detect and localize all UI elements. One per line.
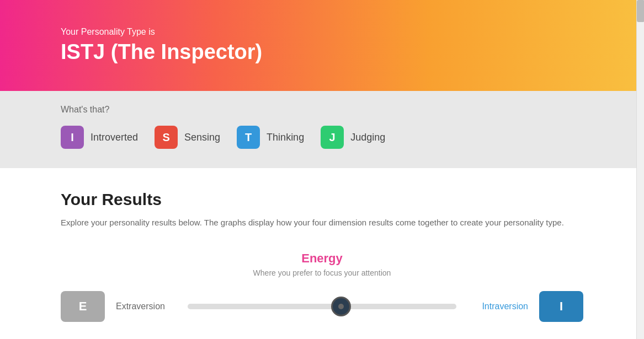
energy-section: Energy Where you prefer to focus your at… [61, 251, 583, 322]
header-subtitle: Your Personality Type is [61, 27, 583, 37]
badge-letter-i: I [61, 126, 84, 149]
results-description: Explore your personality results below. … [61, 217, 583, 229]
extraversion-letter: E [79, 299, 87, 314]
energy-slider-thumb[interactable] [331, 297, 351, 316]
badge-letter-t: T [237, 126, 260, 149]
energy-slider-row: E Extraversion Intraversion I [61, 291, 583, 322]
header-banner: Your Personality Type is ISTJ (The Inspe… [0, 0, 644, 91]
badge-letter-s: S [155, 126, 178, 149]
badge-item-thinking: T Thinking [237, 126, 304, 149]
badge-letter-j: J [321, 126, 344, 149]
badge-name-introverted: Introverted [91, 132, 138, 143]
intraversion-letter: I [560, 299, 563, 314]
whats-that-section: What's that? I Introverted S Sensing T T… [0, 91, 644, 168]
header-title: ISTJ (The Inspector) [61, 40, 583, 64]
badge-item-introverted: I Introverted [61, 126, 138, 149]
results-title: Your Results [61, 190, 583, 209]
energy-subtitle: Where you prefer to focus your attention [253, 268, 391, 277]
intraversion-label: Intraversion [467, 302, 528, 311]
slider-thumb-inner [338, 304, 344, 309]
scrollbar-thumb[interactable] [637, 0, 644, 22]
personality-badges: I Introverted S Sensing T Thinking J Jud… [61, 126, 583, 149]
results-section: Your Results Explore your personality re… [0, 168, 644, 339]
energy-slider-track [188, 304, 456, 309]
badge-name-judging: Judging [350, 132, 385, 143]
badge-item-sensing: S Sensing [155, 126, 220, 149]
badge-item-judging: J Judging [321, 126, 385, 149]
extraversion-label: Extraversion [116, 302, 177, 311]
energy-title: Energy [301, 251, 343, 266]
badge-name-sensing: Sensing [184, 132, 220, 143]
extraversion-box: E [61, 291, 105, 322]
whats-that-label: What's that? [61, 105, 583, 115]
intraversion-box: I [539, 291, 583, 322]
scrollbar[interactable] [636, 0, 644, 339]
energy-slider-track-container[interactable] [188, 303, 456, 310]
badge-name-thinking: Thinking [267, 132, 304, 143]
